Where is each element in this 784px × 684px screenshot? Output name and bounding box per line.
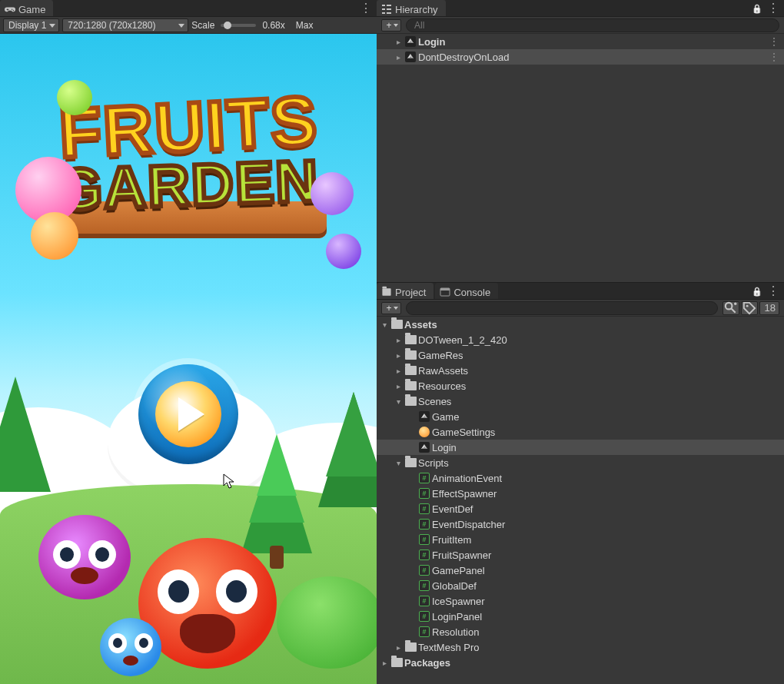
project-item-label: GlobalDef	[432, 580, 477, 592]
project-item-label: Resources	[418, 380, 466, 392]
csharp-icon	[419, 503, 430, 514]
folder-icon	[405, 642, 417, 652]
hierarchy-search-input[interactable]	[414, 20, 774, 31]
project-item-label: FruitSpawner	[432, 550, 491, 561]
hidden-items-button[interactable]: 18	[759, 301, 779, 315]
hierarchy-item-dontdestroy[interactable]: DontDestroyOnLoad ⋮	[377, 49, 784, 65]
tree-left	[0, 354, 54, 507]
project-create-dropdown[interactable]: +	[381, 302, 401, 314]
project-item-label: Resolution	[432, 626, 479, 638]
svg-point-14	[734, 302, 736, 304]
scale-slider[interactable]	[221, 24, 256, 27]
hierarchy-search[interactable]	[406, 18, 779, 32]
game-tabbar: Game ⋮	[0, 0, 377, 17]
project-item-packages[interactable]: Packages	[377, 655, 784, 670]
tab-project-label: Project	[395, 287, 426, 298]
right-column: Hierarchy ⋮ + Login ⋮	[377, 0, 784, 684]
project-item-script[interactable]: EffectSpawner	[377, 486, 784, 501]
play-button[interactable]	[138, 364, 238, 464]
cursor-icon	[223, 473, 235, 489]
hierarchy-tabbar: Hierarchy ⋮	[377, 0, 784, 17]
project-item-script[interactable]: Resolution	[377, 624, 784, 639]
project-item-script[interactable]: EventDef	[377, 501, 784, 516]
project-item-script[interactable]: GamePanel	[377, 563, 784, 578]
search-by-label-button[interactable]	[741, 301, 758, 315]
project-item-scenes[interactable]: Scenes	[377, 393, 784, 409]
project-item-scripts[interactable]: Scripts	[377, 455, 784, 470]
project-item-label: Game	[432, 411, 459, 423]
tab-hierarchy[interactable]: Hierarchy	[377, 0, 446, 16]
folder-icon	[405, 381, 417, 390]
lock-icon[interactable]	[752, 2, 762, 14]
project-item-script[interactable]: AnimationEvent	[377, 470, 784, 486]
tab-console[interactable]: Console	[435, 283, 498, 299]
project-item-label: EffectSpawner	[432, 488, 497, 500]
project-item-label: AnimationEvent	[432, 473, 502, 484]
folder-icon	[391, 658, 403, 667]
hierarchy-item-login[interactable]: Login ⋮	[377, 34, 784, 49]
project-item-scene-login[interactable]: Login	[377, 440, 784, 455]
project-item-label: Packages	[404, 657, 450, 669]
project-tabbar: Project Console ⋮	[377, 283, 784, 300]
svg-rect-5	[387, 12, 391, 14]
project-item-assets[interactable]: Assets	[377, 317, 784, 332]
project-item-scene-gamesettings[interactable]: GameSettings	[377, 424, 784, 440]
item-menu-icon[interactable]: ⋮	[769, 35, 779, 48]
search-by-type-button[interactable]	[723, 301, 739, 315]
lock-icon[interactable]	[752, 285, 762, 297]
project-item-script[interactable]: LoginPanel	[377, 609, 784, 624]
svg-rect-1	[382, 8, 385, 10]
svg-point-15	[746, 304, 748, 307]
tree-right	[315, 354, 377, 523]
folder-icon	[405, 458, 417, 467]
project-item-label: EventDispatcher	[432, 519, 505, 530]
project-search[interactable]	[406, 301, 718, 315]
folder-icon	[391, 320, 403, 329]
csharp-icon	[419, 550, 430, 560]
hierarchy-tree: Login ⋮ DontDestroyOnLoad ⋮	[377, 34, 784, 282]
character-blueberry	[100, 618, 161, 676]
create-dropdown[interactable]: +	[381, 19, 401, 32]
csharp-icon	[419, 596, 430, 606]
csharp-icon	[419, 565, 430, 576]
svg-point-12	[725, 302, 732, 309]
project-item-script[interactable]: EventDispatcher	[377, 516, 784, 532]
project-item-textmeshpro[interactable]: TextMesh Pro	[377, 639, 784, 655]
project-item-script[interactable]: FruitSpawner	[377, 547, 784, 563]
project-item-label: DOTween_1_2_420	[418, 334, 507, 346]
project-item-label: GameRes	[418, 350, 463, 361]
game-panel: Game ⋮ Display 1 720:1280 (720x1280) Sca…	[0, 0, 377, 684]
logo-line2: GARDEN	[56, 147, 321, 223]
project-item-script[interactable]: FruitItem	[377, 532, 784, 547]
project-item-label: TextMesh Pro	[418, 642, 479, 653]
tree-center	[231, 369, 323, 569]
hierarchy-panel-menu-icon[interactable]: ⋮	[767, 2, 779, 15]
resolution-dropdown[interactable]: 720:1280 (720x1280)	[62, 18, 188, 32]
project-item-script[interactable]: GlobalDef	[377, 578, 784, 593]
asset-icon	[419, 427, 430, 437]
csharp-icon	[419, 611, 430, 622]
gamepad-icon	[5, 4, 15, 15]
project-item-rawassets[interactable]: RawAssets	[377, 363, 784, 378]
project-item-scene-game[interactable]: Game	[377, 409, 784, 424]
item-menu-icon[interactable]: ⋮	[769, 51, 779, 63]
scale-value: 0.68x	[262, 20, 284, 31]
project-search-input[interactable]	[414, 303, 713, 314]
project-item-dotween[interactable]: DOTween_1_2_420	[377, 332, 784, 347]
project-item-resources[interactable]: Resources	[377, 378, 784, 393]
csharp-icon	[419, 488, 430, 499]
tab-game[interactable]: Game	[0, 0, 53, 16]
project-item-gameres[interactable]: GameRes	[377, 347, 784, 363]
play-icon	[178, 397, 204, 431]
csharp-icon	[419, 580, 430, 591]
tab-project[interactable]: Project	[377, 283, 434, 299]
game-panel-menu-icon[interactable]: ⋮	[360, 2, 372, 15]
folder-icon	[405, 366, 417, 375]
display-dropdown[interactable]: Display 1	[3, 18, 59, 32]
unity-editor-root: Game ⋮ Display 1 720:1280 (720x1280) Sca…	[0, 0, 784, 684]
project-item-label: GamePanel	[432, 565, 485, 576]
svg-rect-9	[440, 288, 450, 291]
hierarchy-item-label: Login	[418, 36, 445, 48]
project-item-script[interactable]: IceSpawner	[377, 593, 784, 609]
project-panel-menu-icon[interactable]: ⋮	[767, 285, 779, 297]
